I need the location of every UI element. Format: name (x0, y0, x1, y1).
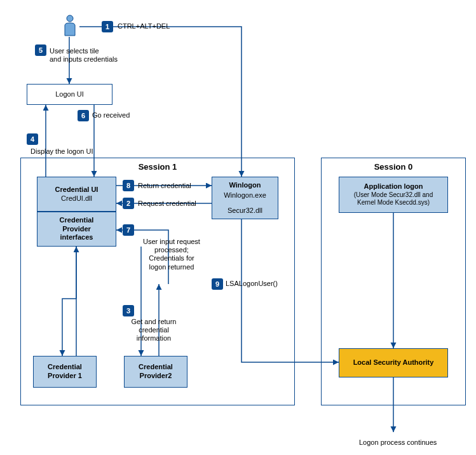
label-ctrl-alt-del: CTRL+ALT+DEL (118, 22, 170, 31)
winlogon-sub2: Secur32.dll (228, 207, 262, 215)
winlogon-sub1: Winlogon.exe (224, 191, 266, 200)
step-1: 1 (102, 21, 113, 32)
box-logon-ui-label: Logon UI (55, 90, 84, 99)
box-credential-ui: Credential UI CredUI.dll (37, 177, 116, 212)
winlogon-title: Winlogon (229, 181, 261, 190)
credential-ui-sub: CredUI.dll (61, 194, 92, 203)
box-local-security-authority: Local Security Authority (339, 348, 448, 377)
box-cred-provider-2: Credential Provider2 (124, 356, 187, 388)
session-1-title: Session 1 (21, 162, 294, 172)
svg-point-11 (67, 15, 73, 22)
step-6: 6 (78, 110, 89, 121)
box-winlogon: Winlogon Winlogon.exe Secur32.dll (212, 177, 278, 219)
cred-provider-1-label: Credential Provider 1 (48, 363, 82, 381)
box-credential-provider-interfaces: Credential Provider interfaces (37, 212, 116, 247)
step-4: 4 (27, 133, 38, 145)
label-display-logon-ui: Display the logon UI (31, 147, 93, 156)
box-application-logon: Application logon (User Mode Secur32.dll… (339, 177, 448, 213)
session-0-title: Session 0 (322, 162, 465, 172)
label-go-received: Go received (92, 111, 130, 119)
lsa-label: Local Security Authority (353, 358, 434, 367)
box-cred-provider-1: Credential Provider 1 (33, 356, 97, 388)
app-logon-sub: (User Mode Secur32.dll and Kernel Mode K… (354, 191, 433, 207)
step-5: 5 (35, 44, 46, 56)
label-logon-continues: Logon process continues (359, 438, 437, 447)
app-logon-title: Application logon (364, 182, 423, 191)
cred-provider-if-label: Credential Provider interfaces (60, 216, 94, 242)
user-icon (62, 14, 78, 38)
credential-ui-title: Credential UI (55, 186, 99, 194)
box-logon-ui: Logon UI (27, 84, 112, 105)
cred-provider-2-label: Credential Provider2 (139, 363, 173, 381)
label-user-selects: User selects tile and inputs credentials (50, 47, 118, 64)
